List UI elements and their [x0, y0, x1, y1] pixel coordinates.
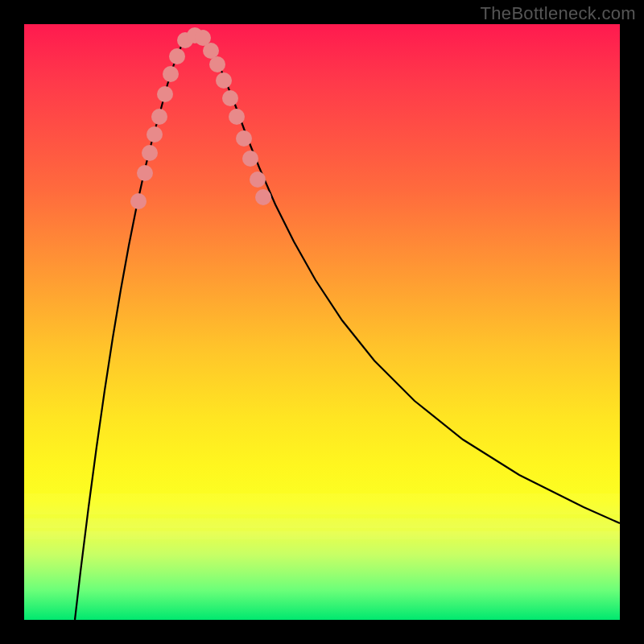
marker-dot	[130, 193, 147, 209]
marker-dot	[242, 151, 258, 167]
marker-dot	[255, 189, 271, 205]
marker-dot	[229, 109, 245, 125]
marker-dot	[203, 43, 219, 59]
marker-dot	[163, 66, 179, 82]
marker-dot	[250, 171, 266, 188]
marker-dot	[209, 56, 225, 72]
marker-group	[130, 27, 271, 209]
marker-dot	[151, 109, 167, 125]
marker-dot	[147, 126, 163, 142]
curve-left-curve	[75, 39, 185, 620]
marker-dot	[157, 86, 173, 102]
watermark-text: TheBottleneck.com	[481, 3, 636, 24]
marker-dot	[169, 48, 185, 64]
marker-dot	[216, 72, 232, 89]
chart-svg	[24, 24, 620, 620]
curve-right-curve	[205, 39, 620, 523]
marker-dot	[236, 130, 252, 147]
marker-dot	[137, 165, 153, 181]
marker-dot	[142, 145, 158, 161]
marker-dot	[222, 90, 238, 106]
chart-plot-area	[24, 24, 620, 620]
